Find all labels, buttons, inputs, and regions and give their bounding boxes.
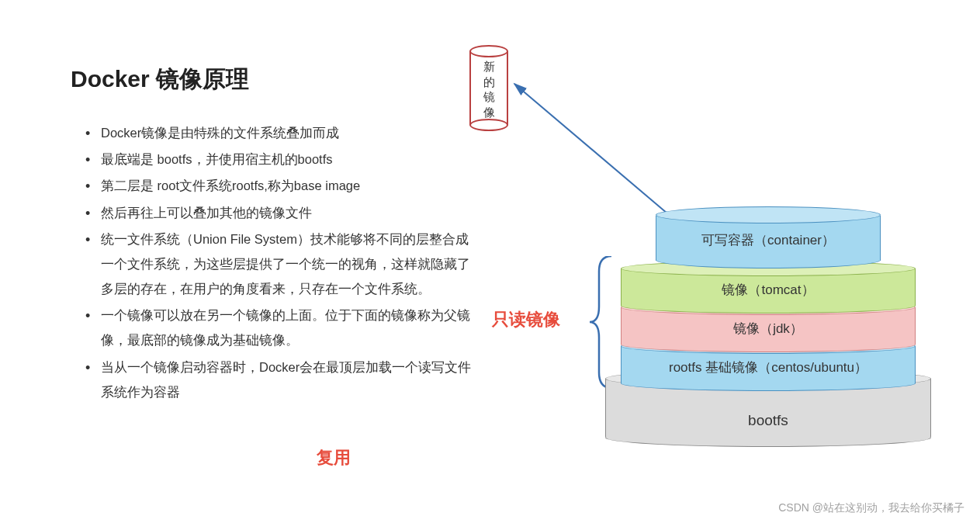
reuse-label: 复用 [317, 446, 351, 469]
readonly-label: 只读镜像 [492, 308, 560, 331]
bullet-item: 一个镜像可以放在另一个镜像的上面。位于下面的镜像称为父镜像，最底部的镜像成为基础… [85, 303, 473, 352]
bullet-item: 当从一个镜像启动容器时，Docker会在最顶层加载一个读写文件系统作为容器 [85, 355, 473, 404]
bullet-item: 然后再往上可以叠加其他的镜像文件 [85, 200, 473, 225]
layer-rootfs-label: rootfs 基础镜像（centos/ubuntu） [621, 358, 916, 376]
bullet-item: 第二层是 root文件系统rootfs,称为base image [85, 173, 473, 198]
layer-container-label: 可写容器（container） [656, 231, 881, 249]
bullet-item: 统一文件系统（Union File System）技术能够将不同的层整合成一个文… [85, 227, 473, 302]
page-title: Docker 镜像原理 [71, 64, 249, 95]
watermark: CSDN @站在这别动，我去给你买橘子 [778, 501, 964, 515]
layer-bootfs-label: bootfs [605, 412, 931, 429]
layer-stack: bootfs rootfs 基础镜像（centos/ubuntu） 镜像（jdk… [597, 199, 939, 462]
bullet-item: 最底端是 bootfs，并使用宿主机的bootfs [85, 147, 473, 171]
new-image-cylinder: 新的镜像 [469, 45, 508, 134]
bullet-item: Docker镜像是由特殊的文件系统叠加而成 [85, 120, 473, 145]
svg-line-0 [514, 84, 667, 213]
arrow-icon [508, 78, 679, 217]
layer-tomcat-label: 镜像（tomcat） [621, 281, 916, 299]
bullet-list: Docker镜像是由特殊的文件系统叠加而成 最底端是 bootfs，并使用宿主机… [85, 120, 473, 406]
layer-jdk-label: 镜像（jdk） [621, 320, 916, 338]
new-image-label: 新的镜像 [469, 59, 508, 119]
